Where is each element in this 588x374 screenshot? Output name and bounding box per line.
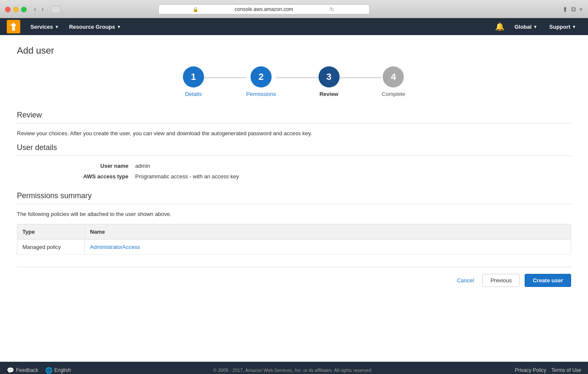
create-user-button[interactable]: Create user (525, 274, 571, 287)
connector-2-3 (276, 77, 318, 78)
aws-logo-icon[interactable] (7, 20, 20, 33)
access-type-value: Programmatic access - with an access key (135, 173, 239, 180)
new-tab-button[interactable]: ⧉ (571, 5, 576, 14)
globe-icon: 🌐 (45, 367, 52, 374)
col-type-header: Type (17, 224, 85, 240)
access-type-label: AWS access type (59, 173, 135, 180)
table-row: Managed policy AdministratorAccess (17, 240, 571, 255)
forward-button[interactable]: › (39, 5, 46, 14)
policy-type-cell: Managed policy (17, 240, 85, 255)
username-label: User name (59, 163, 135, 169)
global-menu[interactable]: Global ▼ (509, 18, 542, 35)
step-4-label: Complete (382, 91, 406, 97)
footer: 💬 Feedback 🌐 English © 2008 - 2017, Amaz… (0, 362, 588, 374)
col-name-header: Name (85, 224, 571, 240)
actions-row: Cancel Previous Create user (17, 274, 571, 287)
permissions-divider (17, 204, 571, 204)
policy-name-cell[interactable]: AdministratorAccess (85, 240, 571, 255)
browser-right-actions: ⬆ ⧉ + (562, 5, 583, 14)
connector-3-4 (340, 77, 382, 78)
footer-left: 💬 Feedback 🌐 English (7, 367, 71, 374)
table-header-row: Type Name (17, 224, 571, 240)
step-2: 2 Permissions (246, 66, 276, 97)
step-1-label: Details (185, 91, 202, 97)
step-2-label: Permissions (246, 91, 276, 97)
nav-right: 🔔 Global ▼ Support ▼ (492, 18, 581, 35)
footer-right: Privacy Policy Terms of Use (515, 367, 581, 373)
policy-name-link[interactable]: AdministratorAccess (90, 244, 140, 250)
main-content: Add user 1 Details 2 Permissions 3 Revie… (0, 35, 588, 362)
close-dot[interactable] (5, 7, 11, 12)
back-button[interactable]: ‹ (32, 5, 38, 14)
url-text: console.aws.amazon.com (231, 6, 297, 12)
review-divider (17, 123, 571, 123)
step-3-circle: 3 (318, 66, 340, 87)
step-3: 3 Review (318, 66, 340, 97)
user-details-divider (17, 156, 571, 156)
permissions-summary-title: Permissions summary (17, 191, 571, 200)
username-value: admin (135, 163, 150, 169)
reload-icon[interactable]: ↻ (299, 6, 365, 12)
actions-divider (17, 267, 571, 267)
svg-rect-2 (12, 27, 15, 31)
support-menu[interactable]: Support ▼ (544, 18, 581, 35)
previous-button[interactable]: Previous (482, 274, 520, 287)
nav-buttons: ‹ › (32, 5, 46, 14)
maximize-dot[interactable] (21, 7, 27, 12)
username-row: User name admin (59, 163, 571, 169)
window-controls (5, 7, 27, 12)
permissions-subtitle: The following policies will be attached … (17, 211, 571, 217)
table-header: Type Name (17, 224, 571, 240)
terms-of-use-link[interactable]: Terms of Use (551, 367, 581, 373)
step-2-circle: 2 (250, 66, 272, 87)
minimize-dot[interactable] (13, 7, 19, 12)
global-caret: ▼ (533, 25, 537, 29)
services-menu[interactable]: Services ▼ (25, 18, 64, 35)
services-caret: ▼ (55, 25, 59, 29)
step-4: 4 Complete (382, 66, 406, 97)
table-body: Managed policy AdministratorAccess (17, 240, 571, 255)
user-details-title: User details (17, 143, 571, 152)
footer-copyright: © 2008 - 2017, Amazon Web Services, Inc.… (71, 368, 515, 373)
aws-navbar: Services ▼ Resource Groups ▼ 🔔 Global ▼ … (0, 18, 588, 35)
user-details-section: User details User name admin AWS access … (17, 143, 571, 180)
permissions-table: Type Name Managed policy AdministratorAc… (17, 224, 571, 255)
chat-icon: 💬 (7, 367, 14, 374)
review-title: Review (17, 111, 571, 120)
step-1-circle: 1 (183, 66, 204, 87)
page-title: Add user (17, 45, 571, 56)
cancel-button[interactable]: Cancel (453, 275, 477, 286)
feedback-link[interactable]: 💬 Feedback (7, 367, 38, 374)
resource-groups-menu[interactable]: Resource Groups ▼ (64, 18, 126, 35)
stepper: 1 Details 2 Permissions 3 Review 4 Compl… (17, 66, 571, 97)
review-subtitle: Review your choices. After you create th… (17, 130, 571, 136)
add-tab-button[interactable]: + (579, 5, 583, 14)
address-bar[interactable]: 🔒 console.aws.amazon.com ↻ (158, 4, 370, 14)
browser-chrome: ‹ › 🔒 console.aws.amazon.com ↻ ⬆ ⧉ + (0, 0, 588, 18)
step-4-circle: 4 (383, 66, 404, 87)
permissions-summary-section: Permissions summary The following polici… (17, 191, 571, 255)
share-button[interactable]: ⬆ (562, 5, 568, 14)
tab-icon (51, 6, 60, 13)
language-link[interactable]: 🌐 English (45, 367, 71, 374)
step-1: 1 Details (183, 66, 204, 97)
connector-1-2 (204, 77, 246, 78)
step-3-label: Review (319, 91, 338, 97)
resource-groups-caret: ▼ (117, 25, 121, 29)
privacy-policy-link[interactable]: Privacy Policy (515, 367, 547, 373)
support-caret: ▼ (572, 25, 576, 29)
notifications-icon[interactable]: 🔔 (492, 22, 508, 31)
access-type-row: AWS access type Programmatic access - wi… (59, 173, 571, 180)
